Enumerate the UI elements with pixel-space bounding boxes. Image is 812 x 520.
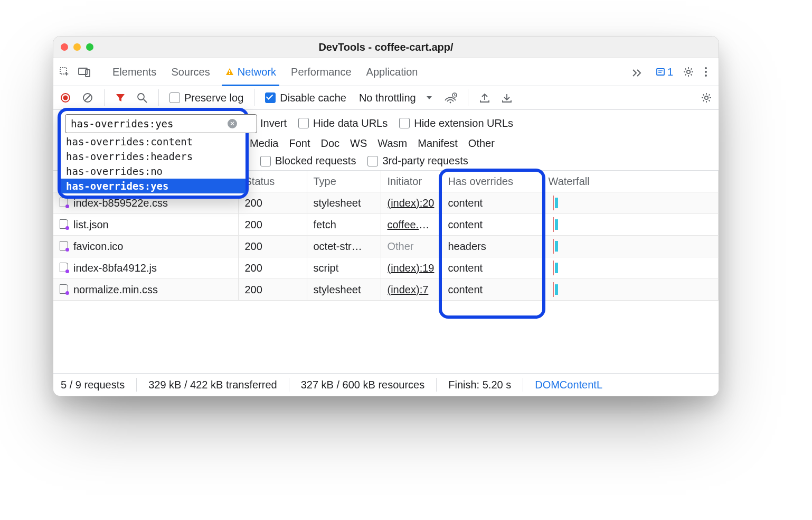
clear-filter-icon[interactable] bbox=[228, 119, 237, 128]
network-toolbar: Preserve log Disable cache No throttling bbox=[53, 86, 719, 110]
table-row[interactable]: favicon.ico200octet-str…Otherheaders bbox=[53, 236, 719, 257]
status-resources: 327 kB / 600 kB resources bbox=[301, 379, 425, 391]
svg-point-18 bbox=[449, 102, 451, 104]
file-icon bbox=[60, 219, 68, 229]
table-row[interactable]: normalize.min.css200stylesheet(index):7c… bbox=[53, 279, 719, 301]
svg-point-10 bbox=[705, 71, 707, 73]
type-manifest[interactable]: Manifest bbox=[418, 137, 458, 150]
tab-network[interactable]: Network bbox=[225, 58, 276, 86]
autocomplete-item[interactable]: has-overrides:content bbox=[61, 134, 246, 149]
minimize-window-button[interactable] bbox=[73, 43, 81, 51]
zoom-window-button[interactable] bbox=[86, 43, 93, 51]
col-initiator[interactable]: Initiator bbox=[381, 171, 441, 192]
close-window-button[interactable] bbox=[61, 43, 68, 51]
table-row[interactable]: list.json200fetchcoffee.a…content bbox=[53, 214, 719, 236]
col-waterfall[interactable]: Waterfall bbox=[542, 171, 719, 192]
clear-icon[interactable] bbox=[82, 92, 93, 104]
autocomplete-item[interactable]: has-overrides:no bbox=[61, 164, 246, 179]
tab-performance[interactable]: Performance bbox=[291, 58, 352, 86]
file-icon bbox=[60, 241, 68, 250]
more-menu-icon[interactable] bbox=[704, 66, 708, 78]
throttling-select[interactable]: No throttling bbox=[359, 92, 433, 104]
tab-application[interactable]: Application bbox=[366, 58, 418, 86]
window-title: DevTools - coffee-cart.app/ bbox=[53, 41, 719, 53]
svg-rect-5 bbox=[657, 69, 664, 75]
disable-cache-checkbox[interactable]: Disable cache bbox=[265, 92, 346, 104]
svg-rect-2 bbox=[86, 70, 90, 77]
blocked-requests-checkbox[interactable]: Blocked requests bbox=[260, 155, 356, 167]
type-doc[interactable]: Doc bbox=[321, 137, 340, 150]
svg-point-9 bbox=[705, 67, 707, 69]
window-controls bbox=[61, 43, 93, 51]
settings-icon[interactable] bbox=[683, 66, 694, 78]
svg-point-20 bbox=[705, 96, 708, 99]
status-finish: Finish: 5.20 s bbox=[448, 379, 511, 391]
titlebar: DevTools - coffee-cart.app/ bbox=[53, 36, 719, 58]
svg-point-13 bbox=[63, 96, 68, 100]
filter-funnel-icon[interactable] bbox=[115, 92, 126, 103]
panel-tabs: Elements Sources Network Performance App… bbox=[53, 58, 719, 86]
record-icon[interactable] bbox=[60, 92, 71, 104]
svg-line-17 bbox=[144, 99, 147, 103]
filter-autocomplete: has-overrides:contenthas-overrides:heade… bbox=[58, 108, 249, 199]
svg-point-8 bbox=[687, 70, 690, 73]
file-icon bbox=[60, 198, 68, 207]
third-party-checkbox[interactable]: 3rd-party requests bbox=[367, 155, 468, 167]
autocomplete-item[interactable]: has-overrides:yes bbox=[61, 179, 246, 193]
status-requests: 5 / 9 requests bbox=[61, 379, 125, 391]
download-har-icon[interactable] bbox=[501, 92, 513, 104]
hide-data-urls-checkbox[interactable]: Hide data URLs bbox=[298, 117, 388, 129]
more-tabs-icon[interactable] bbox=[631, 67, 644, 77]
tab-sources[interactable]: Sources bbox=[171, 58, 210, 86]
status-dcl: DOMContentL bbox=[535, 379, 602, 391]
upload-har-icon[interactable] bbox=[479, 92, 490, 104]
preserve-log-checkbox[interactable]: Preserve log bbox=[169, 92, 243, 104]
col-type[interactable]: Type bbox=[307, 171, 381, 192]
devtools-window: DevTools - coffee-cart.app/ Elements Sou… bbox=[53, 36, 719, 396]
filter-bar: Invert Hide data URLs Hide extension URL… bbox=[53, 110, 719, 170]
svg-line-15 bbox=[84, 95, 91, 101]
svg-point-11 bbox=[705, 75, 707, 77]
table-row[interactable]: index-8bfa4912.js200script(index):19cont… bbox=[53, 257, 719, 279]
svg-rect-3 bbox=[229, 70, 230, 72]
type-wasm[interactable]: Wasm bbox=[377, 137, 407, 150]
network-conditions-icon[interactable] bbox=[443, 92, 457, 104]
panel-settings-icon[interactable] bbox=[701, 92, 712, 104]
file-icon bbox=[60, 263, 68, 272]
status-bar: 5 / 9 requests 329 kB / 422 kB transferr… bbox=[53, 373, 719, 396]
type-other[interactable]: Other bbox=[468, 137, 495, 150]
svg-point-16 bbox=[138, 94, 144, 100]
type-media[interactable]: Media bbox=[250, 137, 278, 150]
type-font[interactable]: Font bbox=[289, 137, 310, 150]
search-icon[interactable] bbox=[136, 92, 148, 104]
tab-elements[interactable]: Elements bbox=[112, 58, 156, 86]
hide-extension-urls-checkbox[interactable]: Hide extension URLs bbox=[399, 117, 513, 129]
issues-count[interactable]: 1 bbox=[656, 66, 673, 78]
type-ws[interactable]: WS bbox=[350, 137, 367, 150]
col-overrides[interactable]: Has overrides bbox=[441, 171, 542, 192]
file-icon bbox=[60, 284, 68, 294]
autocomplete-item[interactable]: has-overrides:headers bbox=[61, 149, 246, 164]
device-mode-icon[interactable] bbox=[78, 66, 91, 78]
status-transferred: 329 kB / 422 kB transferred bbox=[148, 379, 277, 391]
warning-icon bbox=[225, 67, 234, 77]
inspect-icon[interactable] bbox=[59, 66, 70, 78]
svg-rect-4 bbox=[229, 73, 230, 74]
